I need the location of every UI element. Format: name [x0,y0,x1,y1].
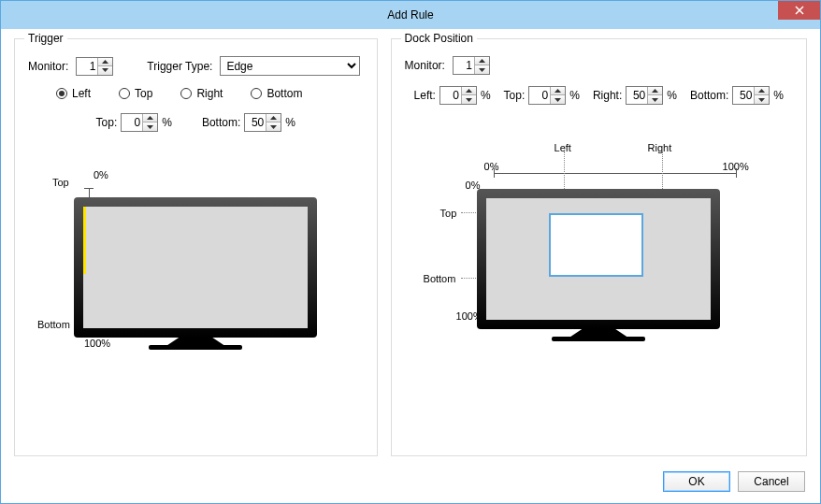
dock-bottom-input[interactable] [733,87,754,104]
dock-top-spinner[interactable] [528,86,566,105]
pct-unit: % [773,89,784,102]
radio-right[interactable]: Right [180,87,223,100]
dock-region-preview [549,213,643,278]
spinner-up-button[interactable] [98,58,112,66]
spinner-down-button[interactable] [648,95,662,104]
radio-dot-icon [180,88,192,99]
axis-top-label: Top [52,177,69,188]
spinner-down-button[interactable] [143,122,157,131]
chevron-down-icon [555,98,561,102]
chevron-up-icon [555,89,561,93]
dock-top-label: Top: [504,89,526,102]
pct-unit: % [667,89,677,102]
axis-zero-label: 0% [94,169,108,180]
dock-top-input[interactable] [529,87,550,104]
spinner-down-button[interactable] [475,65,489,74]
trigger-bottom-spinner[interactable] [244,113,281,132]
spinner-down-button[interactable] [98,66,112,75]
window-title: Add Rule [387,8,433,22]
pct-unit: % [481,89,491,102]
trigger-monitor-label: Monitor: [28,60,68,73]
trigger-top-spinner[interactable] [121,113,158,132]
chevron-down-icon [147,125,153,129]
dock-left-input[interactable] [440,87,461,104]
radio-top[interactable]: Top [119,87,152,100]
dock-bottom-spinner[interactable] [732,86,770,105]
spinner-down-button[interactable] [266,122,281,131]
trigger-monitor-spinner[interactable] [76,57,113,76]
radio-left[interactable]: Left [56,87,91,100]
dock-bottom-label: Bottom: [690,89,728,102]
dock-monitor-label: Monitor: [405,59,445,72]
axis-bottom-label: Bottom [37,319,70,330]
chevron-down-icon [270,125,277,129]
cancel-button[interactable]: Cancel [738,471,805,492]
close-icon [795,6,804,15]
titlebar: Add Rule [1,1,820,29]
spinner-up-button[interactable] [551,87,565,95]
axis-bottom-label: Bottom [424,273,456,284]
spinner-up-button[interactable] [462,87,476,95]
trigger-legend: Trigger [24,32,67,45]
chevron-down-icon [758,98,765,102]
dock-right-label: Right: [593,89,622,102]
dock-left-label: Left: [414,89,436,102]
chevron-down-icon [466,98,472,102]
trigger-edge-highlight [83,207,86,274]
pct-unit: % [569,89,580,102]
spinner-up-button[interactable] [266,114,281,122]
chevron-down-icon [479,68,485,72]
trigger-bottom-input[interactable] [245,114,266,131]
dock-right-spinner[interactable] [626,86,663,105]
monitor-icon [477,189,720,341]
dock-left-spinner[interactable] [439,86,477,105]
dock-monitor-figure: Left Right Top Bottom 0% 100% 0% 100% [405,189,793,341]
dock-monitor-input[interactable] [454,57,474,74]
spinner-down-button[interactable] [462,95,476,104]
chevron-down-icon [102,68,108,72]
dock-right-input[interactable] [627,87,647,104]
ok-button[interactable]: OK [663,471,730,492]
chevron-up-icon [270,116,277,120]
add-rule-dialog: Add Rule Trigger Monitor: Trigger Type: [0,0,821,504]
monitor-icon [74,197,317,350]
spinner-up-button[interactable] [475,57,489,65]
trigger-type-label: Trigger Type: [147,60,212,73]
pct-unit: % [162,116,172,129]
trigger-top-input[interactable] [122,114,142,131]
radio-dot-icon [119,88,130,99]
radio-bottom[interactable]: Bottom [251,87,302,100]
dimension-line [494,168,737,178]
spinner-down-button[interactable] [551,95,565,104]
spinner-up-button[interactable] [143,114,157,122]
trigger-edge-radios: Left Top Right Bottom [56,87,364,100]
spinner-down-button[interactable] [755,95,769,104]
trigger-monitor-input[interactable] [77,58,97,75]
dock-panel: Dock Position Monitor: Left: [391,38,807,456]
radio-dot-icon [251,88,262,99]
close-button[interactable] [778,1,820,20]
spinner-up-button[interactable] [755,87,769,95]
radio-dot-icon [56,88,67,99]
chevron-up-icon [102,60,108,64]
trigger-type-select[interactable]: Edge [220,56,360,76]
trigger-bottom-label: Bottom: [202,116,240,129]
chevron-up-icon [652,89,658,93]
trigger-monitor-figure: Top Bottom 0% 100% [28,197,364,350]
trigger-panel: Trigger Monitor: Trigger Type: Edge Lef [14,38,378,456]
spinner-up-button[interactable] [648,87,662,95]
axis-top-label: Top [440,208,457,219]
chevron-up-icon [147,116,153,120]
dock-monitor-spinner[interactable] [453,56,490,75]
trigger-top-label: Top: [96,116,118,129]
axis-right-label: Right [648,142,672,153]
chevron-up-icon [479,59,485,63]
pct-unit: % [285,116,295,129]
chevron-down-icon [652,98,658,102]
dock-legend: Dock Position [401,32,477,45]
chevron-up-icon [466,89,472,93]
chevron-up-icon [758,89,765,93]
